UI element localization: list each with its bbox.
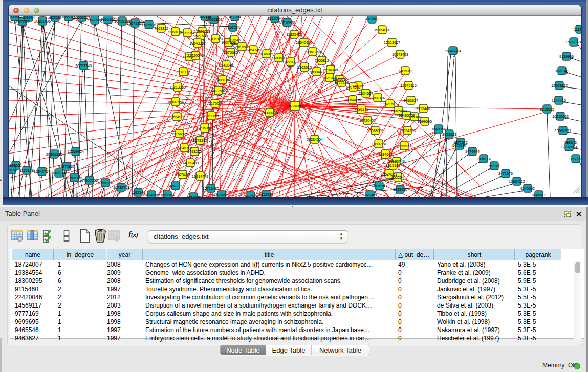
svg-text:175344: 175344	[408, 115, 421, 119]
svg-text:12213967: 12213967	[384, 40, 400, 45]
svg-text:1244415: 1244415	[552, 98, 566, 103]
svg-text:9245652: 9245652	[520, 186, 535, 191]
svg-text:18300295: 18300295	[262, 111, 278, 115]
svg-text:9463627: 9463627	[404, 98, 418, 103]
svg-text:8186328: 8186328	[208, 37, 223, 41]
svg-text:1615192: 1615192	[386, 163, 400, 168]
svg-text:3675685: 3675685	[224, 50, 238, 55]
svg-text:817304: 817304	[229, 16, 241, 19]
svg-text:9129966: 9129966	[559, 54, 574, 59]
svg-text:217004: 217004	[209, 101, 221, 106]
svg-text:14136141: 14136141	[371, 184, 387, 188]
svg-text:20364436: 20364436	[344, 98, 361, 102]
svg-text:1588520: 1588520	[272, 56, 286, 60]
svg-text:18640910: 18640910	[296, 40, 312, 45]
svg-text:8678332: 8678332	[193, 138, 207, 143]
svg-text:7357224: 7357224	[226, 25, 240, 30]
svg-text:16648784: 16648784	[445, 49, 461, 53]
svg-text:1235359: 1235359	[198, 126, 212, 130]
svg-text:2803144: 2803144	[215, 78, 230, 82]
svg-text:822037: 822037	[285, 60, 297, 64]
svg-text:16914479: 16914479	[192, 174, 208, 179]
svg-text:12505135: 12505135	[66, 176, 82, 180]
svg-text:7485063: 7485063	[398, 69, 412, 73]
svg-text:15692971: 15692971	[555, 128, 571, 133]
svg-text:12942757: 12942757	[34, 169, 50, 174]
svg-text:1890724: 1890724	[372, 142, 386, 146]
svg-text:981243: 981243	[564, 140, 577, 145]
svg-text:9699695: 9699695	[418, 119, 432, 124]
svg-text:10654112: 10654112	[509, 179, 525, 184]
svg-text:7625402: 7625402	[176, 172, 190, 177]
svg-text:22420046: 22420046	[187, 53, 204, 58]
svg-text:7986372: 7986372	[354, 107, 368, 112]
svg-text:1733426: 1733426	[393, 187, 407, 192]
svg-text:3498222: 3498222	[187, 149, 202, 154]
svg-text:19166825: 19166825	[171, 132, 188, 136]
svg-text:1640954: 1640954	[431, 127, 446, 132]
svg-text:9242845: 9242845	[219, 63, 233, 68]
svg-text:10543382: 10543382	[189, 41, 206, 46]
svg-text:15716485: 15716485	[203, 186, 219, 191]
svg-text:9227342: 9227342	[555, 69, 569, 73]
svg-text:8990443: 8990443	[310, 70, 324, 74]
svg-text:8267150: 8267150	[204, 114, 219, 118]
svg-text:17359924: 17359924	[68, 149, 84, 154]
svg-text:20206526: 20206526	[46, 152, 62, 157]
svg-text:7663822: 7663822	[154, 26, 168, 31]
svg-text:8454749: 8454749	[246, 48, 260, 52]
svg-text:8938923: 8938923	[442, 132, 456, 137]
svg-text:252254: 252254	[391, 175, 404, 180]
svg-text:7857794: 7857794	[186, 195, 201, 198]
svg-text:17016504: 17016504	[561, 145, 577, 149]
svg-text:10961758: 10961758	[304, 50, 321, 54]
svg-text:62160: 62160	[385, 102, 395, 106]
svg-text:8912954: 8912954	[180, 31, 194, 35]
svg-text:9527500: 9527500	[193, 34, 208, 38]
svg-text:8215955: 8215955	[540, 107, 554, 112]
svg-text:10807487: 10807487	[369, 96, 386, 100]
svg-text:9115460: 9115460	[416, 106, 430, 111]
svg-text:19756928: 19756928	[396, 144, 412, 148]
svg-text:10033809: 10033809	[206, 17, 222, 22]
svg-text:19384554: 19384554	[307, 137, 323, 142]
svg-text:8427552: 8427552	[211, 89, 226, 93]
svg-text:1905572: 1905572	[15, 19, 30, 24]
svg-text:105532: 105532	[49, 16, 61, 20]
svg-text:19654923: 19654923	[399, 128, 416, 133]
svg-text:2087682: 2087682	[365, 17, 379, 21]
svg-text:10958107: 10958107	[97, 181, 114, 185]
svg-text:111741: 111741	[574, 27, 581, 32]
svg-text:8812930: 8812930	[259, 192, 273, 197]
svg-text:10688609: 10688609	[367, 128, 383, 133]
svg-text:20691406: 20691406	[34, 19, 51, 24]
svg-text:1362615: 1362615	[297, 65, 312, 70]
svg-text:2935114: 2935114	[476, 157, 490, 161]
svg-text:6497568: 6497568	[346, 85, 360, 90]
svg-text:1156829: 1156829	[19, 168, 33, 173]
svg-text:131546: 131546	[228, 38, 241, 42]
svg-text:14099489: 14099489	[182, 161, 199, 165]
svg-text:93975867: 93975867	[58, 164, 75, 169]
svg-text:9684067: 9684067	[378, 152, 393, 157]
svg-text:16210643: 16210643	[552, 114, 569, 119]
svg-text:2718176: 2718176	[176, 70, 190, 74]
svg-text:10973493: 10973493	[392, 52, 408, 57]
svg-text:3624554: 3624554	[359, 91, 373, 96]
svg-text:18724007: 18724007	[287, 104, 303, 108]
svg-text:11451945: 11451945	[51, 171, 67, 176]
svg-text:15720407: 15720407	[359, 118, 376, 123]
svg-text:11325419: 11325419	[286, 32, 302, 37]
svg-text:135001: 135001	[10, 163, 22, 168]
svg-text:1167533: 1167533	[569, 157, 581, 161]
svg-text:16154808: 16154808	[374, 28, 390, 32]
svg-text:19654925: 19654925	[169, 115, 185, 119]
svg-text:9372614: 9372614	[244, 194, 258, 198]
svg-text:15226058: 15226058	[194, 29, 210, 34]
svg-text:6679197: 6679197	[452, 143, 467, 148]
svg-text:9824502: 9824502	[144, 193, 159, 198]
svg-text:7955812: 7955812	[315, 58, 329, 63]
svg-text:9474444: 9474444	[465, 149, 480, 154]
svg-text:19218506: 19218506	[279, 20, 295, 25]
svg-text:17284526: 17284526	[213, 193, 230, 198]
